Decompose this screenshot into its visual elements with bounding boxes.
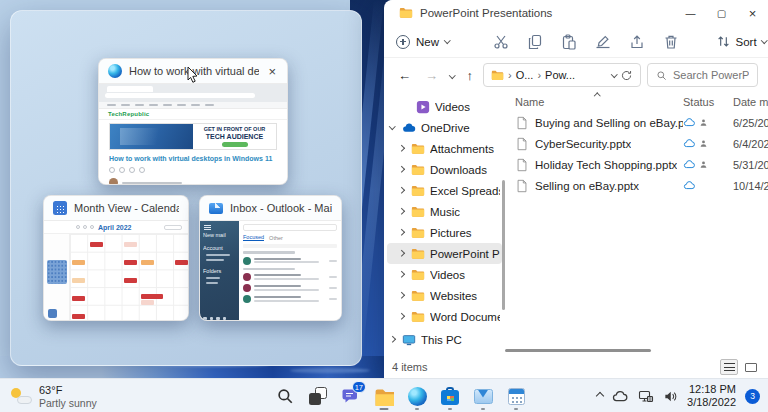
sidebar-item-word-documents[interactable]: Word Documen — [387, 306, 502, 327]
start-button[interactable] — [239, 381, 265, 411]
forward-button[interactable]: → — [421, 68, 442, 83]
close-icon[interactable]: × — [266, 65, 278, 78]
breadcrumb-onedrive[interactable]: O... — [516, 69, 534, 81]
sort-button[interactable]: Sort — [716, 34, 767, 49]
task-view-thumbnail-calendar[interactable]: Month View - Calendar April 2022 — [43, 195, 189, 321]
share-button[interactable] — [629, 34, 645, 50]
chevron-right-icon[interactable] — [398, 166, 404, 172]
onedrive-tray-icon[interactable] — [612, 389, 629, 403]
maximize-button[interactable]: ▢ — [706, 1, 737, 25]
mail-dock-icons — [203, 317, 226, 321]
file-row[interactable]: CyberSecurity.pptx 6/4/2020 — [511, 133, 768, 154]
sidebar-item-this-pc[interactable]: This PC — [387, 329, 502, 350]
refresh-icon[interactable] — [620, 69, 633, 82]
taskbar-weather-widget[interactable]: 63°F Partly sunny — [10, 379, 97, 412]
mail-sidebar: New mail Account Folders — [200, 221, 239, 321]
chat-button[interactable]: 17 — [338, 381, 364, 411]
microsoft-store-button[interactable] — [437, 381, 463, 411]
ad-text-line1: GET IN FRONT OF OUR — [204, 126, 266, 132]
thumbnail-header: Month View - Calendar — [44, 196, 188, 221]
chevron-down-icon[interactable] — [389, 123, 395, 129]
mail-button[interactable] — [470, 381, 496, 411]
show-hidden-icons-button[interactable] — [597, 393, 603, 399]
chevron-right-icon[interactable] — [389, 336, 395, 342]
sidebar-item-excel-spreadsheets[interactable]: Excel Spreadsh — [387, 180, 502, 201]
taskbar-search-button[interactable] — [272, 381, 298, 411]
sidebar-item-attachments[interactable]: Attachments — [387, 138, 502, 159]
sidebar-item-downloads[interactable]: Downloads — [387, 159, 502, 180]
edge-icon — [408, 387, 427, 406]
date-separator — [243, 251, 295, 254]
task-view-thumbnail-mail[interactable]: Inbox - Outlook - Mail New mail Account … — [199, 195, 342, 321]
horizontal-scrollbar[interactable] — [505, 349, 651, 352]
calendar-sidebar — [44, 234, 70, 321]
edge-window-preview: TechRepublic GET IN FRONT OF OUR TECH AU… — [99, 84, 287, 185]
calendar-button[interactable] — [503, 381, 529, 411]
sidebar-item-videos[interactable]: Videos — [387, 264, 502, 285]
column-header-date-modified[interactable]: Date mo — [733, 96, 768, 108]
chevron-right-icon[interactable] — [398, 229, 404, 235]
details-view-button[interactable] — [720, 359, 738, 375]
mail-icon — [474, 389, 493, 404]
volume-tray-icon[interactable] — [663, 389, 678, 404]
windows-start-icon — [243, 387, 262, 406]
address-dropdown-chevron[interactable] — [611, 71, 617, 77]
sidebar-item-onedrive[interactable]: OneDrive — [387, 117, 502, 138]
cut-button[interactable] — [493, 34, 509, 50]
window-title: PowerPoint Presentations — [420, 7, 668, 19]
large-icons-view-button[interactable] — [742, 359, 760, 375]
chevron-right-icon[interactable] — [398, 250, 404, 256]
copy-button[interactable] — [527, 34, 543, 50]
banner-ad: GET IN FRONT OF OUR TECH AUDIENCE — [109, 123, 277, 150]
search-icon — [276, 387, 294, 405]
chat-notification-badge: 17 — [352, 381, 366, 393]
chevron-right-icon[interactable] — [398, 313, 404, 319]
chevron-right-icon[interactable] — [398, 208, 404, 214]
chevron-right-icon[interactable] — [398, 292, 404, 298]
minimize-button[interactable]: — — [675, 1, 706, 25]
shared-person-icon — [699, 139, 708, 148]
folders-label: Folders — [203, 268, 236, 274]
search-box[interactable] — [647, 63, 758, 87]
chevron-right-icon[interactable] — [398, 145, 404, 151]
chevron-right-icon[interactable] — [398, 187, 404, 193]
rename-button[interactable] — [595, 34, 611, 50]
mail-window-preview: New mail Account Folders Focused Other — [200, 221, 341, 321]
address-bar[interactable]: › O... › Pow... — [483, 63, 641, 87]
taskbar-clock[interactable]: 12:18 PM 3/18/2022 — [687, 383, 736, 409]
task-view-button[interactable] — [305, 381, 331, 411]
mail-row — [243, 295, 337, 303]
paste-button[interactable] — [561, 34, 577, 50]
file-explorer-button[interactable] — [371, 381, 397, 411]
chevron-right-icon[interactable] — [398, 271, 404, 277]
shared-person-icon — [699, 118, 708, 127]
sidebar-item-powerpoint-presentations[interactable]: PowerPoint Pre — [387, 243, 502, 264]
up-button[interactable]: ↑ — [463, 68, 478, 83]
explorer-toolbar: New Sort ••• — [384, 26, 768, 58]
file-row[interactable]: Holiday Tech Shopping.pptx 5/31/201 — [511, 154, 768, 175]
column-header-status[interactable]: Status — [683, 96, 733, 108]
article-heading: How to work with virtual desktops in Win… — [109, 155, 277, 162]
sidebar-item-websites[interactable]: Websites — [387, 285, 502, 306]
back-button[interactable]: ← — [394, 68, 415, 83]
breadcrumb-powerpoint[interactable]: Pow... — [545, 69, 575, 81]
file-row[interactable]: Buying and Selling on eBay.pptx 6/25/201 — [511, 112, 768, 133]
thumbnail-title: Inbox - Outlook - Mail — [230, 202, 332, 214]
items-count: 4 items — [392, 361, 427, 373]
recent-locations-chevron[interactable] — [449, 72, 455, 78]
new-button[interactable]: New — [396, 35, 450, 49]
task-view-panel: How to work with virtual desktops i... ×… — [10, 10, 362, 366]
edge-button[interactable] — [404, 381, 430, 411]
partly-sunny-icon — [10, 387, 32, 405]
network-tray-icon[interactable] — [638, 388, 654, 404]
search-input[interactable] — [673, 69, 749, 81]
delete-button[interactable] — [663, 34, 679, 50]
notification-count-badge[interactable]: 3 — [745, 389, 760, 404]
sidebar-item-pictures[interactable]: Pictures — [387, 222, 502, 243]
focused-tab: Focused — [243, 234, 264, 241]
sidebar-item-videos-pinned[interactable]: Videos — [387, 96, 502, 117]
file-row[interactable]: Selling on eBay.pptx 10/14/20 — [511, 175, 768, 196]
sidebar-item-music[interactable]: Music — [387, 201, 502, 222]
close-button[interactable]: × — [737, 1, 768, 25]
task-view-icon — [309, 387, 327, 405]
